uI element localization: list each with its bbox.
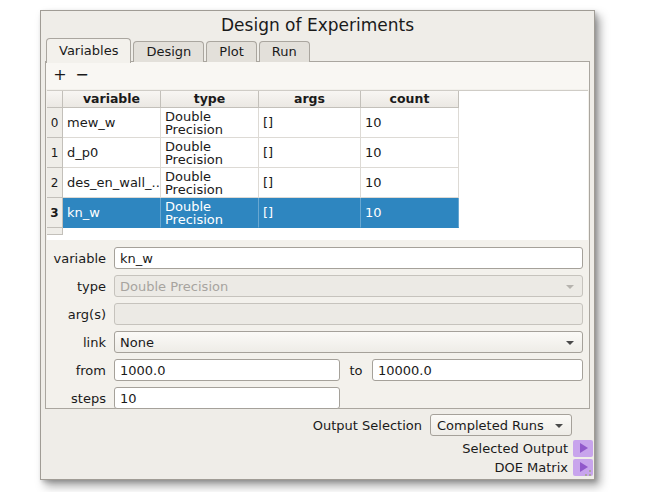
selected-output-label: Selected Output xyxy=(462,441,568,456)
variable-field-label: variable xyxy=(50,251,114,266)
selected-output-port-button[interactable] xyxy=(573,440,593,457)
remove-variable-button[interactable]: − xyxy=(72,64,92,86)
doe-window: Design of Experiments Variables Design P… xyxy=(40,10,595,480)
variable-input[interactable] xyxy=(114,247,583,269)
selected-output-row: Selected Output xyxy=(462,439,593,457)
cell-variable: d_p0 xyxy=(63,138,161,168)
type-select-value: Double Precision xyxy=(120,279,228,294)
cell-args: [] xyxy=(259,108,361,138)
table-header-count[interactable]: count xyxy=(361,91,459,108)
cell-count: 10 xyxy=(361,138,459,168)
table-row[interactable]: 0 mew_w Double Precision [] 10 xyxy=(47,108,588,138)
variable-detail-form: variable type Double Precision arg(s) li… xyxy=(50,247,583,415)
variables-table: variable type args count 0 mew_w Double … xyxy=(47,90,588,240)
row-index: 2 xyxy=(47,168,63,198)
doe-matrix-row: DOE Matrix xyxy=(494,458,593,476)
type-field-label: type xyxy=(50,279,114,294)
chevron-down-icon xyxy=(566,341,574,345)
from-field-label: from xyxy=(50,363,114,378)
add-variable-button[interactable]: + xyxy=(50,64,70,86)
tab-variables[interactable]: Variables xyxy=(46,38,131,63)
link-select[interactable]: None xyxy=(114,331,583,353)
table-header-type[interactable]: type xyxy=(161,91,259,108)
cell-args: [] xyxy=(259,168,361,198)
chevron-down-icon xyxy=(555,424,563,428)
page-title: Design of Experiments xyxy=(41,15,594,35)
tab-bar: Variables Design Plot Run xyxy=(46,37,312,62)
table-row[interactable]: 2 des_en_wall_... Double Precision [] 10 xyxy=(47,168,588,198)
cell-type: Double Precision xyxy=(161,168,259,198)
doe-matrix-label: DOE Matrix xyxy=(494,460,568,475)
row-index: 3 xyxy=(47,198,63,228)
table-header-args[interactable]: args xyxy=(259,91,361,108)
cell-args: [] xyxy=(259,198,361,228)
cell-type: Double Precision xyxy=(161,138,259,168)
cell-count: 10 xyxy=(361,198,459,228)
table-header-row: variable type args count xyxy=(47,91,588,108)
tab-design[interactable]: Design xyxy=(133,41,204,62)
cell-variable: kn_w xyxy=(63,198,161,228)
variables-toolbar: + − xyxy=(46,62,589,89)
row-index: 0 xyxy=(47,108,63,138)
row-index: 1 xyxy=(47,138,63,168)
variables-tab-panel: + − variable type args count 0 mew_w Dou… xyxy=(45,61,590,409)
cell-count: 10 xyxy=(361,108,459,138)
cell-args: [] xyxy=(259,138,361,168)
link-select-value: None xyxy=(120,335,154,350)
output-selection-select[interactable]: Completed Runs xyxy=(430,414,572,436)
to-input[interactable] xyxy=(372,359,583,381)
screen: Design of Experiments Variables Design P… xyxy=(0,0,646,492)
output-selection-row: Output Selection Completed Runs xyxy=(313,414,572,436)
cell-count: 10 xyxy=(361,168,459,198)
table-header-corner xyxy=(47,91,63,108)
output-selection-value: Completed Runs xyxy=(437,418,544,433)
table-row[interactable]: 1 d_p0 Double Precision [] 10 xyxy=(47,138,588,168)
table-header-filler xyxy=(459,91,588,108)
chevron-down-icon xyxy=(566,285,574,289)
cell-type: Double Precision xyxy=(161,108,259,138)
steps-input[interactable] xyxy=(114,387,340,409)
link-field-label: link xyxy=(50,335,114,350)
cell-variable: mew_w xyxy=(63,108,161,138)
args-field-label: arg(s) xyxy=(50,307,114,322)
output-selection-label: Output Selection xyxy=(313,418,422,433)
cell-type: Double Precision xyxy=(161,198,259,228)
to-field-label: to xyxy=(340,363,372,378)
type-select: Double Precision xyxy=(114,275,583,297)
cell-variable: des_en_wall_... xyxy=(63,168,161,198)
table-row[interactable]: 3 kn_w Double Precision [] 10 xyxy=(47,198,588,228)
table-header-variable[interactable]: variable xyxy=(63,91,161,108)
from-input[interactable] xyxy=(114,359,340,381)
args-input xyxy=(114,303,583,325)
play-triangle-icon xyxy=(580,443,588,453)
steps-field-label: steps xyxy=(50,391,114,406)
next-row-stub xyxy=(47,228,63,235)
tab-run[interactable]: Run xyxy=(259,41,310,62)
tab-plot[interactable]: Plot xyxy=(206,41,257,62)
resize-grip[interactable] xyxy=(582,467,591,476)
